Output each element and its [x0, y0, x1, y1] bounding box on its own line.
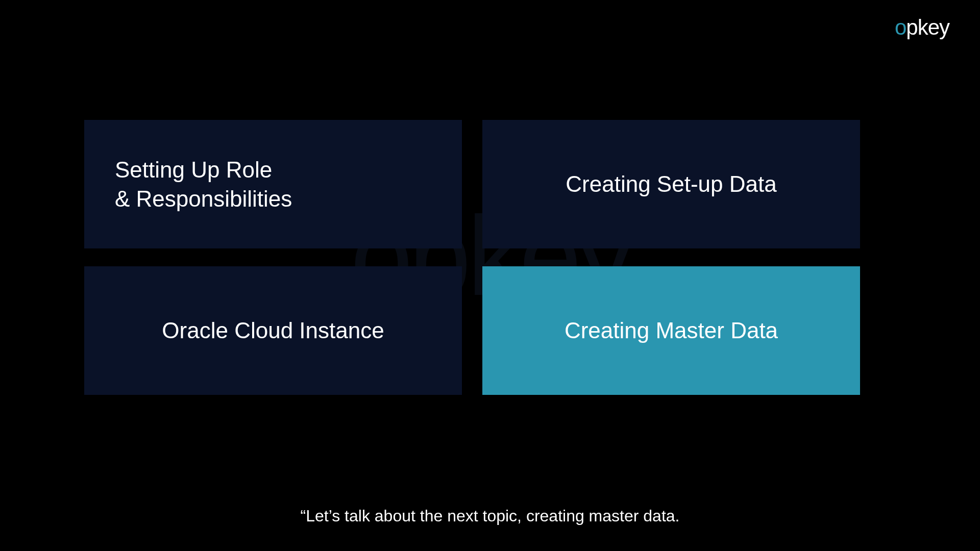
tile-label: Setting Up Role & Responsibilities — [115, 155, 292, 213]
tile-master-data: Creating Master Data — [482, 266, 860, 395]
tile-setup-data: Creating Set-up Data — [482, 120, 860, 248]
logo-rest: pkey — [906, 15, 949, 39]
tile-label: Oracle Cloud Instance — [162, 316, 384, 345]
tile-roles-responsibilities: Setting Up Role & Responsibilities — [84, 120, 462, 248]
brand-logo: opkey — [895, 15, 949, 40]
tile-oracle-cloud: Oracle Cloud Instance — [84, 266, 462, 395]
tile-label: Creating Set-up Data — [566, 169, 776, 198]
tile-label: Creating Master Data — [565, 316, 778, 345]
topic-grid: Setting Up Role & Responsibilities Creat… — [84, 120, 860, 395]
logo-accent-char: o — [895, 15, 906, 39]
subtitle-caption: “Let’s talk about the next topic, creati… — [0, 507, 980, 525]
